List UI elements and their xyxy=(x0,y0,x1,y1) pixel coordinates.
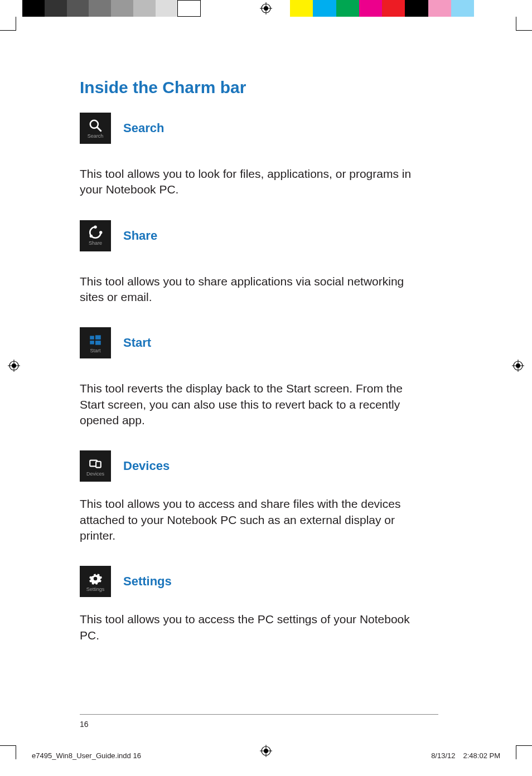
charm-devices-head: Devices Devices xyxy=(80,450,428,482)
swatch-white xyxy=(177,0,201,17)
svg-rect-26 xyxy=(96,462,101,468)
slug-date: 8/13/12 xyxy=(431,751,455,760)
charm-search-tile-label: Search xyxy=(88,133,104,139)
content-column: Inside the Charm bar Search Search This … xyxy=(80,78,428,666)
crop-mark xyxy=(516,30,532,31)
crop-mark xyxy=(516,745,516,759)
swatch-gray xyxy=(156,0,178,17)
swatch-gray xyxy=(111,0,133,17)
charm-search-title: Search xyxy=(123,121,164,135)
charm-search-tile: Search xyxy=(80,113,111,144)
svg-rect-23 xyxy=(90,341,94,345)
swatch-cyan xyxy=(313,0,336,17)
registration-mark-icon xyxy=(260,2,272,14)
footer-rule xyxy=(80,714,438,715)
swatch-gray xyxy=(89,0,111,17)
crop-mark xyxy=(516,745,532,746)
section-title: Inside the Charm bar xyxy=(80,78,428,97)
swatch-gray xyxy=(133,0,156,17)
slug-filename: e7495_Win8_User_Guide.indd 16 xyxy=(32,751,141,760)
print-slug: e7495_Win8_User_Guide.indd 16 8/13/12 2:… xyxy=(32,751,500,760)
color-swatches xyxy=(290,0,474,17)
crop-mark xyxy=(16,17,16,31)
gear-icon xyxy=(88,571,103,586)
swatch-red xyxy=(382,0,405,17)
charm-settings-head: Settings Settings xyxy=(80,566,428,597)
charm-devices-desc: This tool allows you to access and share… xyxy=(80,496,428,544)
charm-start-head: Start Start xyxy=(80,327,428,358)
search-icon xyxy=(88,118,103,133)
charm-search-head: Search Search xyxy=(80,113,428,144)
charm-devices-tile: Devices xyxy=(80,450,111,482)
svg-point-19 xyxy=(99,231,102,234)
swatch-lightblue xyxy=(451,0,474,17)
svg-point-18 xyxy=(94,226,96,229)
grayscale-swatches xyxy=(22,0,201,17)
slug-time: 2:48:02 PM xyxy=(463,751,501,760)
svg-rect-24 xyxy=(95,341,101,345)
svg-rect-21 xyxy=(90,336,94,340)
svg-rect-22 xyxy=(95,335,101,340)
crop-mark xyxy=(0,745,16,746)
svg-point-20 xyxy=(90,235,93,237)
svg-line-17 xyxy=(97,127,101,131)
charm-settings-tile-label: Settings xyxy=(86,586,105,592)
swatch-yellow xyxy=(290,0,313,17)
charm-share-desc: This tool allows you to share applicatio… xyxy=(80,274,428,305)
charm-devices-tile-label: Devices xyxy=(86,471,104,477)
page-body: Inside the Charm bar Search Search This … xyxy=(16,45,516,745)
swatch-green xyxy=(336,0,359,17)
devices-icon xyxy=(88,456,103,471)
charm-search-block: Search Search This tool allows you to lo… xyxy=(80,113,428,198)
charm-share-tile-label: Share xyxy=(89,240,102,246)
swatch-black xyxy=(22,0,45,17)
swatch-magenta xyxy=(359,0,382,17)
crop-mark xyxy=(0,30,16,31)
swatch-pink xyxy=(428,0,451,17)
swatch-black xyxy=(405,0,428,17)
charm-settings-tile: Settings xyxy=(80,566,111,597)
charm-share-title: Share xyxy=(123,229,157,243)
windows-start-icon xyxy=(88,333,103,347)
charm-share-block: Share Share This tool allows you to shar… xyxy=(80,220,428,305)
charm-devices-block: Devices Devices This tool allows you to … xyxy=(80,450,428,544)
charm-devices-title: Devices xyxy=(123,459,170,473)
charm-settings-block: Settings Settings This tool allows you t… xyxy=(80,566,428,643)
charm-start-tile-label: Start xyxy=(90,348,100,353)
charm-start-title: Start xyxy=(123,336,151,350)
charm-share-tile: Share xyxy=(80,220,111,251)
charm-start-desc: This tool reverts the display back to th… xyxy=(80,381,428,428)
svg-point-27 xyxy=(94,577,98,581)
share-icon xyxy=(88,225,103,240)
charm-start-tile: Start xyxy=(80,327,111,358)
charm-settings-desc: This tool allows you to access the PC se… xyxy=(80,612,428,643)
charm-start-block: Start Start This tool reverts the displa… xyxy=(80,327,428,428)
charm-share-head: Share Share xyxy=(80,220,428,251)
swatch-gray xyxy=(45,0,67,17)
crop-mark xyxy=(516,17,516,31)
crop-mark xyxy=(16,745,16,759)
page-number: 16 xyxy=(80,720,89,729)
charm-settings-title: Settings xyxy=(123,574,172,589)
swatch-gray xyxy=(67,0,89,17)
charm-search-desc: This tool allows you to look for files, … xyxy=(80,166,428,198)
